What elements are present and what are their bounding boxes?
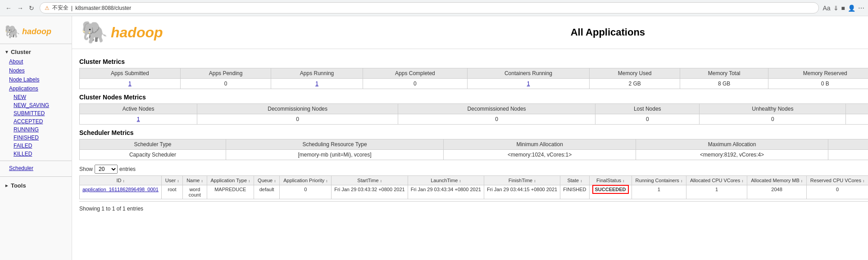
- nodes-metric-val-4: 0: [700, 114, 846, 125]
- show-entries-control[interactable]: Show 20 50 100 entries: [79, 165, 136, 174]
- nodes-metric-col-4: Unhealthy Nodes: [700, 104, 846, 114]
- sidebar-item-failed[interactable]: FAILED: [0, 142, 72, 150]
- applications-table: ID ↕User ↕Name ↕Application Type ↕Queue …: [79, 175, 868, 199]
- apps-col-7[interactable]: LaunchTime ↕: [408, 176, 484, 185]
- apps-col-12[interactable]: Allocated CPU VCores ↕: [686, 176, 747, 185]
- apps-col-13[interactable]: Allocated Memory MB ↕: [747, 176, 807, 185]
- cluster-metric-col-4: Containers Running: [468, 68, 590, 79]
- account-icon[interactable]: 👤: [848, 4, 855, 12]
- cluster-metrics-values-row: 101012 GB8 GB0 B18: [80, 79, 868, 89]
- apps-cell-0-3: MAPREDUCE: [207, 185, 254, 199]
- apps-col-1[interactable]: User ↕: [161, 176, 182, 185]
- scheduler-metrics-title: Scheduler Metrics: [79, 129, 868, 136]
- nav-buttons[interactable]: ← → ↻: [4, 4, 36, 13]
- apps-col-3[interactable]: Application Type ↕: [207, 176, 254, 185]
- scheduler-metric-val-4: 0: [828, 150, 868, 160]
- apps-cell-0-14: 0: [806, 185, 868, 199]
- apps-table-body: application_1611862896498_0001rootword c…: [80, 185, 868, 199]
- sidebar-divider-tools: [0, 176, 72, 177]
- entries-label: entries: [119, 166, 136, 172]
- refresh-button[interactable]: ↻: [27, 4, 36, 13]
- sidebar-item-new-saving[interactable]: NEW_SAVING: [0, 101, 72, 109]
- nodes-metric-col-2: Decommissioned Nodes: [398, 104, 595, 114]
- content-area: Cluster Metrics Apps SubmittedApps Pendi…: [72, 49, 868, 260]
- more-icon[interactable]: ⋯: [858, 4, 864, 12]
- cluster-metric-col-0: Apps Submitted: [80, 68, 181, 79]
- sidebar-item-node-labels[interactable]: Node Labels: [0, 75, 72, 84]
- cluster-header[interactable]: ▼ Cluster: [0, 47, 72, 57]
- apps-table-header-row: ID ↕User ↕Name ↕Application Type ↕Queue …: [80, 176, 868, 185]
- back-button[interactable]: ←: [4, 4, 14, 13]
- apps-cell-0-12: 1: [686, 185, 747, 199]
- scheduler-metric-val-2: <memory:1024, vCores:1>: [444, 150, 636, 160]
- sidebar-item-nodes[interactable]: Nodes: [0, 66, 72, 75]
- elephant-icon: 🐘: [81, 20, 108, 45]
- apps-col-8[interactable]: FinishTime ↕: [484, 176, 560, 185]
- apps-cell-0-10: SUCCEEDED: [589, 185, 632, 199]
- sidebar: 🐘 hadoop ▼ Cluster About Nodes Node Labe…: [0, 16, 72, 260]
- apps-col-5[interactable]: Application Priority ↕: [280, 176, 332, 185]
- hadoop-logo: 🐘 hadoop: [81, 20, 163, 45]
- address-bar[interactable]: ⚠ 不安全 | k8smaster:8088/cluster: [40, 2, 819, 13]
- extensions-icon[interactable]: ■: [841, 4, 845, 12]
- download-icon[interactable]: ⇓: [833, 4, 839, 12]
- apps-col-4[interactable]: Queue ↕: [254, 176, 280, 185]
- scheduler-metrics-header-row: Scheduler TypeScheduling Resource TypeMi…: [80, 139, 868, 150]
- translate-icon[interactable]: Aa: [823, 4, 830, 12]
- apps-cell-0-8: Fri Jan 29 03:44:15 +0800 2021: [484, 185, 560, 199]
- sidebar-item-submitted[interactable]: SUBMITTED: [0, 109, 72, 117]
- sidebar-item-running[interactable]: RUNNING: [0, 126, 72, 134]
- tools-collapse-icon: ►: [5, 183, 9, 188]
- tools-header[interactable]: ► Tools: [0, 179, 72, 192]
- scheduler-metric-val-1: [memory-mb (unit=Mi), vcores]: [226, 150, 443, 160]
- showing-entries-text: Showing 1 to 1 of 1 entries: [79, 206, 143, 212]
- cluster-metric-val-5: 2 GB: [589, 79, 680, 89]
- apps-col-14[interactable]: Reserved CPU VCores ↕: [806, 176, 868, 185]
- forward-button[interactable]: →: [15, 4, 25, 13]
- apps-cell-0-6: Fri Jan 29 03:43:32 +0800 2021: [332, 185, 408, 199]
- sidebar-item-about[interactable]: About: [0, 57, 72, 66]
- browser-toolbar[interactable]: Aa ⇓ ■ 👤 ⋯: [823, 4, 864, 12]
- scheduler-metric-val-3: <memory:8192, vCores:4>: [636, 150, 828, 160]
- nodes-metric-val-5: 0: [846, 114, 868, 125]
- apps-cell-0-5: 0: [280, 185, 332, 199]
- scheduler-metrics-values-row: Capacity Scheduler[memory-mb (unit=Mi), …: [80, 150, 868, 160]
- browser-chrome: ← → ↻ ⚠ 不安全 | k8smaster:8088/cluster Aa …: [0, 0, 868, 16]
- nodes-metrics-values-row: 1000000: [80, 114, 868, 125]
- apps-cell-0-7: Fri Jan 29 03:43:34 +0800 2021: [408, 185, 484, 199]
- page-container: 🐘 hadoop ▼ Cluster About Nodes Node Labe…: [0, 16, 868, 260]
- cluster-nodes-metrics-title: Cluster Nodes Metrics: [79, 94, 868, 101]
- sidebar-item-accepted[interactable]: ACCEPTED: [0, 117, 72, 126]
- cluster-metric-col-7: Memory Reserved: [768, 68, 868, 79]
- sidebar-item-scheduler[interactable]: Scheduler: [0, 164, 72, 173]
- apps-col-0[interactable]: ID ↕: [80, 176, 162, 185]
- apps-col-2[interactable]: Name ↕: [183, 176, 207, 185]
- scheduler-metric-col-3: Maximum Allocation: [636, 139, 828, 150]
- sidebar-divider-top: [0, 44, 72, 44]
- nodes-metric-val-1: 0: [197, 114, 398, 125]
- table-row: application_1611862896498_0001rootword c…: [80, 185, 868, 199]
- apps-col-10[interactable]: FinalStatus ↕: [589, 176, 632, 185]
- cluster-nodes-table: Active NodesDecommissioning NodesDecommi…: [79, 103, 868, 125]
- apps-cell-0-2: word count: [183, 185, 207, 199]
- apps-col-11[interactable]: Running Containers ↕: [632, 176, 686, 185]
- table-footer: Showing 1 to 1 of 1 entries First Pre: [79, 201, 868, 216]
- cluster-metric-val-6: 8 GB: [680, 79, 768, 89]
- apps-col-9[interactable]: State ↕: [560, 176, 589, 185]
- sidebar-item-finished[interactable]: FINISHED: [0, 134, 72, 142]
- cluster-metric-val-2: 1: [271, 79, 363, 89]
- sidebar-item-killed[interactable]: KILLED: [0, 150, 72, 158]
- nodes-metric-val-0: 1: [80, 114, 197, 125]
- apps-cell-0-0[interactable]: application_1611862896498_0001: [80, 185, 162, 199]
- entries-select[interactable]: 20 50 100: [95, 165, 118, 174]
- cluster-metric-col-3: Apps Completed: [363, 68, 468, 79]
- cluster-metrics-header-row: Apps SubmittedApps PendingApps RunningAp…: [80, 68, 868, 79]
- cluster-label: Cluster: [11, 49, 31, 55]
- cluster-metric-val-7: 0 B: [768, 79, 868, 89]
- sidebar-item-applications[interactable]: Applications: [0, 84, 72, 93]
- collapse-icon: ▼: [5, 49, 9, 54]
- nodes-metric-col-0: Active Nodes: [80, 104, 197, 114]
- apps-cell-0-1: root: [161, 185, 182, 199]
- sidebar-item-new[interactable]: NEW: [0, 93, 72, 101]
- apps-col-6[interactable]: StartTime ↕: [332, 176, 408, 185]
